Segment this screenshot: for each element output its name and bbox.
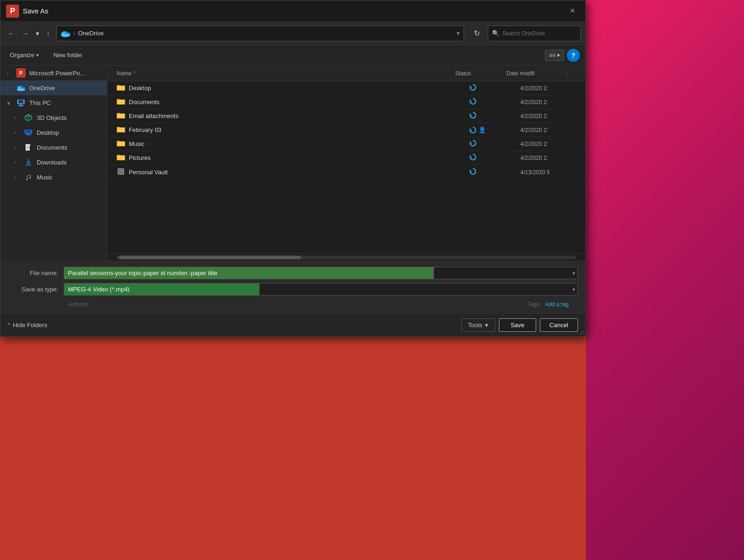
sidebar-item-desktop[interactable]: › Desktop (0, 125, 107, 140)
help-button[interactable]: ? (567, 49, 580, 62)
svg-point-7 (17, 88, 25, 91)
svg-point-46 (120, 171, 122, 172)
column-name[interactable]: Name ^ (112, 70, 455, 77)
onedrive-address-icon (60, 30, 71, 37)
add-tag-button[interactable]: Add a tag (545, 301, 569, 308)
file-row-status (469, 168, 520, 177)
onedrive-sidebar-icon (16, 84, 26, 92)
sidebar-item-thispc[interactable]: ∨ This PC (0, 95, 107, 110)
user-icon: 👤 (478, 126, 486, 133)
file-row-name: Personal Vault (112, 167, 469, 177)
back-button[interactable]: ← (5, 28, 17, 39)
table-row[interactable]: Documents 4/2/2020 2: (107, 95, 585, 109)
svg-line-47 (580, 331, 584, 335)
sidebar: › P Microsoft PowerPo... › OneDriv (0, 66, 107, 261)
up-button[interactable]: ↑ (44, 28, 53, 39)
savetype-dropdown-arrow[interactable]: ▾ (572, 286, 575, 293)
svg-rect-21 (27, 146, 29, 146)
file-row-name: Music (112, 139, 469, 148)
documents-icon (24, 143, 33, 152)
column-status[interactable]: Status (455, 70, 506, 77)
address-dropdown-arrow[interactable]: ▾ (457, 30, 460, 37)
address-separator: › (73, 30, 75, 37)
table-row[interactable]: Desktop 4/2/2020 2: (107, 81, 585, 95)
view-button[interactable]: ≡≡ ▾ (545, 50, 564, 61)
new-folder-button[interactable]: New folder (50, 50, 86, 60)
chevron-right-icon: › (14, 145, 20, 150)
address-path: OneDrive (78, 30, 104, 37)
file-row-date: 4/2/2020 2: (520, 99, 581, 105)
filename-row: File name: ▾ (8, 267, 578, 279)
file-row-status (469, 98, 520, 106)
close-button[interactable]: × (565, 4, 580, 19)
sidebar-label: Microsoft PowerPo... (29, 70, 85, 77)
svg-rect-27 (117, 86, 125, 90)
refresh-button[interactable]: ↻ (470, 26, 484, 40)
column-date[interactable]: Date modifi (506, 70, 567, 77)
file-row-name: Desktop (112, 84, 469, 92)
svg-rect-36 (117, 128, 125, 132)
file-row-status (469, 84, 520, 92)
chevron-right-icon: › (14, 160, 20, 165)
svg-line-48 (582, 333, 584, 335)
sidebar-label: Downloads (37, 159, 66, 166)
sidebar-label: Desktop (37, 129, 59, 136)
search-input[interactable] (502, 30, 567, 37)
sidebar-item-powerpoint[interactable]: › P Microsoft PowerPo... (0, 66, 107, 80)
folder-icon (117, 112, 125, 120)
sidebar-item-downloads[interactable]: › Downloads (0, 155, 107, 170)
filename-wrapper: ▾ (64, 267, 578, 279)
filename-label: File name: (8, 270, 64, 277)
table-row[interactable]: February 03 👤 4/2/2020 2: (107, 123, 585, 137)
chevron-right-icon: › (14, 175, 20, 180)
search-bar[interactable]: 🔍 (488, 26, 581, 41)
file-row-date: 4/2/2020 2: (520, 85, 581, 92)
tools-button[interactable]: Tools ▾ (461, 318, 495, 332)
svg-point-3 (61, 33, 70, 37)
folder-icon (117, 139, 125, 148)
file-row-status: 👤 (469, 126, 520, 134)
sidebar-item-music[interactable]: › Music (0, 170, 107, 184)
scrollbar-track[interactable] (119, 256, 574, 259)
horizontal-scrollbar[interactable]: ‹ › (107, 253, 585, 261)
folder-icon (117, 153, 125, 162)
toolbar-right: ≡≡ ▾ ? (545, 49, 580, 62)
cancel-button[interactable]: Cancel (540, 318, 578, 332)
filename-dropdown-arrow[interactable]: ▾ (572, 270, 575, 277)
organize-button[interactable]: Organize ▾ (6, 50, 42, 60)
sidebar-item-onedrive[interactable]: › OneDrive (0, 80, 107, 95)
table-row[interactable]: Email attachments 4/2/2020 2: (107, 109, 585, 123)
meta-row: Authors: Tags: Add a tag (8, 299, 578, 310)
save-button[interactable]: Save (499, 318, 536, 332)
svg-rect-11 (18, 105, 24, 106)
svg-rect-30 (117, 100, 125, 104)
dropdown-button[interactable]: ▾ (33, 28, 42, 39)
svg-marker-20 (30, 144, 31, 145)
savetype-row: Save as type: ▾ (8, 283, 578, 296)
table-row[interactable]: Personal Vault 4/13/2020 5 (107, 165, 585, 180)
tags-area: Tags: Add a tag (528, 301, 578, 308)
scrollbar-thumb[interactable] (119, 256, 301, 259)
forward-button[interactable]: → (19, 28, 31, 39)
svg-rect-23 (27, 148, 29, 149)
ppt-icon: P (16, 69, 26, 77)
svg-rect-42 (117, 156, 125, 160)
sidebar-item-3dobjects[interactable]: › 3D Objects (0, 110, 107, 125)
scroll-right-arrow[interactable]: › (574, 254, 576, 261)
sidebar-item-documents[interactable]: › Documents (0, 140, 107, 155)
savetype-input[interactable] (64, 283, 578, 296)
file-row-date: 4/13/2020 5 (520, 169, 581, 176)
main-area: › P Microsoft PowerPo... › OneDriv (0, 66, 585, 261)
search-icon: 🔍 (492, 30, 499, 37)
table-row[interactable]: Pictures 4/2/2020 2: (107, 151, 585, 165)
filename-input[interactable] (64, 267, 578, 279)
table-row[interactable]: Music 4/2/2020 2: (107, 137, 585, 151)
hide-folders-button[interactable]: ^ Hide Folders (8, 322, 47, 329)
svg-marker-13 (25, 114, 32, 118)
svg-rect-22 (27, 147, 30, 148)
svg-rect-17 (27, 134, 30, 135)
folder-icon (117, 98, 125, 106)
dialog-title: Save As (23, 7, 48, 15)
address-bar[interactable]: › OneDrive ▾ (56, 26, 464, 41)
resize-grip[interactable] (578, 329, 585, 336)
